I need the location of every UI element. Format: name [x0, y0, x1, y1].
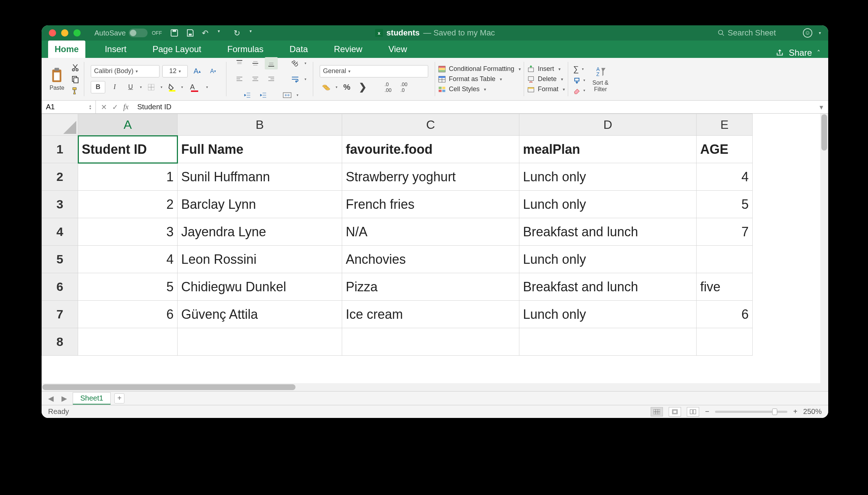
cell-C1[interactable]: favourite.food [342, 136, 519, 163]
close-window-button[interactable] [49, 29, 56, 37]
cut-icon[interactable] [71, 63, 80, 72]
tab-formulas[interactable]: Formulas [221, 41, 270, 58]
undo-dropdown-icon[interactable]: ▾ [218, 29, 226, 37]
cell-E2[interactable]: 4 [697, 163, 753, 191]
increase-indent-icon[interactable] [257, 89, 270, 101]
page-layout-view-button[interactable] [669, 407, 681, 416]
percent-format-icon[interactable]: % [340, 81, 353, 93]
autosave-switch[interactable] [129, 29, 148, 37]
cell-E7[interactable]: 6 [697, 301, 753, 328]
tab-insert[interactable]: Insert [98, 41, 133, 58]
number-format-select[interactable]: General [320, 65, 428, 77]
tab-data[interactable]: Data [283, 41, 315, 58]
cell-D7[interactable]: Lunch only [519, 301, 697, 328]
share-button[interactable]: Share [789, 48, 812, 58]
prev-sheet-button[interactable]: ◀ [46, 394, 56, 403]
font-name-select[interactable]: Calibri (Body) [91, 65, 159, 77]
column-header-A[interactable]: A [78, 114, 178, 136]
collapse-ribbon-icon[interactable]: ˄ [817, 49, 820, 57]
vertical-scrollbar[interactable] [820, 114, 828, 383]
expand-formula-bar-icon[interactable]: ▾ [820, 103, 828, 111]
cell-E5[interactable] [697, 246, 753, 273]
decrease-decimal-icon[interactable]: .00.0 [397, 81, 410, 93]
cell-A1[interactable]: Student ID [78, 136, 178, 163]
cell-A2[interactable]: 1 [78, 163, 178, 191]
cell-D1[interactable]: mealPlan [519, 136, 697, 163]
cell-D3[interactable]: Lunch only [519, 191, 697, 218]
cell-A5[interactable]: 4 [78, 246, 178, 273]
column-header-B[interactable]: B [178, 114, 342, 136]
name-box[interactable]: A1 ▴▾ [42, 101, 96, 113]
clear-icon[interactable] [573, 87, 580, 94]
cell-D5[interactable]: Lunch only [519, 246, 697, 273]
cell-B6[interactable]: Chidiegwu Dunkel [178, 273, 342, 301]
cell-E6[interactable]: five [697, 273, 753, 301]
font-color-dropdown-icon[interactable]: ▾ [206, 85, 208, 89]
cancel-formula-icon[interactable]: ✕ [101, 103, 107, 111]
cell-C4[interactable]: N/A [342, 218, 519, 246]
accounting-dropdown-icon[interactable]: ▾ [336, 85, 337, 89]
cell-C2[interactable]: Strawberry yoghurt [342, 163, 519, 191]
sort-filter-group[interactable]: AZ Sort & Filter [589, 60, 612, 98]
horizontal-scrollbar[interactable] [42, 383, 828, 391]
cell-D8[interactable] [519, 328, 697, 356]
feedback-dropdown-icon[interactable]: ▾ [819, 30, 821, 35]
font-size-select[interactable]: 12 [162, 65, 188, 77]
tab-review[interactable]: Review [327, 41, 369, 58]
underline-button[interactable]: U [124, 81, 137, 93]
row-header-8[interactable]: 8 [42, 328, 78, 356]
column-header-D[interactable]: D [519, 114, 697, 136]
save-icon[interactable] [170, 29, 179, 37]
align-center-icon[interactable] [249, 73, 262, 85]
tab-home[interactable]: Home [48, 41, 85, 58]
italic-button[interactable]: I [108, 81, 121, 93]
cell-C5[interactable]: Anchovies [342, 246, 519, 273]
tab-view[interactable]: View [382, 41, 414, 58]
fill-color-dropdown-icon[interactable]: ▾ [181, 85, 183, 89]
formula-input[interactable]: Student ID [133, 103, 171, 111]
redo-icon[interactable]: ↻ [234, 29, 242, 37]
autosum-icon[interactable]: ∑ [573, 64, 579, 74]
cell-E3[interactable]: 5 [697, 191, 753, 218]
row-header-3[interactable]: 3 [42, 191, 78, 218]
cell-A4[interactable]: 3 [78, 218, 178, 246]
column-header-C[interactable]: C [342, 114, 519, 136]
insert-cells-button[interactable]: Insert▾ [527, 65, 561, 73]
next-sheet-button[interactable]: ▶ [59, 394, 69, 403]
qat-overflow-icon[interactable]: ▾ [250, 29, 258, 37]
fill-down-icon[interactable] [573, 77, 580, 84]
cell-C7[interactable]: Ice cream [342, 301, 519, 328]
cell-E1[interactable]: AGE [697, 136, 753, 163]
search-sheet[interactable] [718, 28, 796, 38]
align-right-icon[interactable] [265, 73, 278, 85]
cell-C6[interactable]: Pizza [342, 273, 519, 301]
cell-B2[interactable]: Sunil Huffmann [178, 163, 342, 191]
orientation-icon[interactable]: ab [289, 57, 302, 69]
row-header-4[interactable]: 4 [42, 218, 78, 246]
format-as-table-button[interactable]: Format as Table▾ [438, 75, 502, 83]
cell-B1[interactable]: Full Name [178, 136, 342, 163]
fill-color-button[interactable] [165, 81, 178, 93]
row-header-7[interactable]: 7 [42, 301, 78, 328]
merge-cells-icon[interactable] [281, 89, 294, 101]
increase-font-icon[interactable]: A▴ [191, 65, 204, 77]
cell-C8[interactable] [342, 328, 519, 356]
align-bottom-icon[interactable] [265, 57, 278, 69]
wrap-text-icon[interactable] [289, 73, 302, 85]
decrease-font-icon[interactable]: A▾ [207, 65, 220, 77]
cell-C3[interactable]: French fries [342, 191, 519, 218]
row-header-6[interactable]: 6 [42, 273, 78, 301]
orientation-dropdown-icon[interactable]: ▾ [305, 61, 306, 65]
tab-page-layout[interactable]: Page Layout [146, 41, 208, 58]
zoom-slider[interactable] [715, 411, 787, 413]
cell-B3[interactable]: Barclay Lynn [178, 191, 342, 218]
add-sheet-button[interactable]: + [114, 393, 124, 403]
fx-icon[interactable]: fx [123, 103, 128, 111]
cell-D4[interactable]: Breakfast and lunch [519, 218, 697, 246]
format-painter-icon[interactable] [71, 86, 80, 95]
accounting-format-icon[interactable] [320, 81, 333, 93]
row-header-5[interactable]: 5 [42, 246, 78, 273]
align-top-icon[interactable] [233, 57, 246, 69]
save-alt-icon[interactable] [186, 29, 195, 37]
borders-button[interactable] [145, 81, 158, 93]
